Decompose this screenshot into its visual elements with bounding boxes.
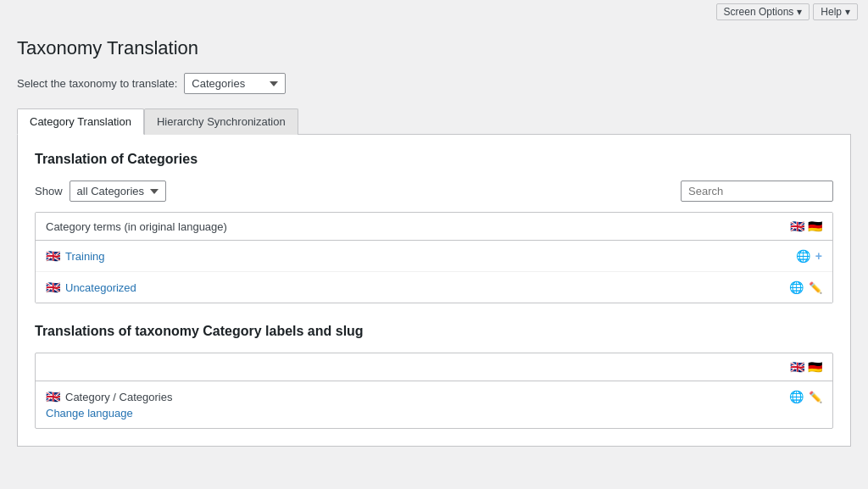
globe-icon-label: 🌐 (789, 390, 804, 403)
section-title-categories: Translation of Categories (35, 152, 833, 167)
de-flag-header (808, 219, 822, 233)
labels-header-row (36, 353, 832, 381)
screen-options-chevron-icon: ▾ (797, 6, 802, 18)
search-input[interactable] (681, 181, 833, 202)
training-link[interactable]: Training (65, 250, 104, 263)
table-header-text: Category terms (in original language) (46, 220, 790, 233)
categories-table: Category terms (in original language) Tr… (35, 212, 833, 303)
uk-flag-training (46, 249, 60, 263)
page-title: Taxonomy Translation (17, 37, 851, 59)
label-row-text: Category / Categories (65, 391, 172, 403)
change-language-link[interactable]: Change language (46, 407, 822, 420)
labels-header-flags (790, 360, 822, 374)
labels-row: Category / Categories 🌐 ✏️ Change langua… (36, 381, 832, 428)
taxonomy-select-label: Select the taxonomy to translate: (17, 77, 177, 90)
section-title-labels: Translations of taxonomy Category labels… (35, 324, 833, 339)
globe-icon-training: 🌐 (796, 249, 810, 263)
add-translation-training[interactable]: + (815, 249, 822, 263)
screen-options-label: Screen Options (724, 6, 794, 18)
show-label: Show (35, 185, 63, 197)
help-button[interactable]: Help ▾ (813, 3, 858, 20)
help-label: Help (821, 6, 842, 18)
tab-content-category-translation: Translation of Categories Show all Categ… (17, 135, 851, 447)
screen-options-button[interactable]: Screen Options ▾ (716, 3, 810, 20)
table-header-row: Category terms (in original language) (36, 213, 832, 241)
training-actions: 🌐 + (796, 249, 822, 263)
edit-label-translation[interactable]: ✏️ (809, 391, 822, 403)
taxonomy-select-row: Select the taxonomy to translate: Catego… (17, 73, 851, 94)
header-flags (790, 219, 822, 233)
tabs-nav: Category Translation Hierarchy Synchroni… (17, 108, 851, 135)
show-row: Show all Categories Translated Untransla… (35, 181, 833, 202)
uk-flag-labels-header (790, 360, 804, 374)
de-flag-labels-header (808, 360, 822, 374)
tab-category-translation[interactable]: Category Translation (17, 108, 144, 135)
uk-flag-header (790, 219, 804, 233)
labels-table: Category / Categories 🌐 ✏️ Change langua… (35, 353, 833, 429)
table-row: Uncategorized 🌐 ✏️ (36, 272, 832, 303)
uncategorized-actions: 🌐 ✏️ (789, 281, 822, 294)
globe-icon-uncategorized: 🌐 (789, 281, 804, 294)
uk-flag-uncategorized (46, 281, 60, 294)
table-row: Training 🌐 + (36, 241, 832, 272)
section-labels: Translations of taxonomy Category labels… (35, 324, 833, 429)
tabs-container: Category Translation Hierarchy Synchroni… (17, 108, 851, 447)
label-row-actions: 🌐 ✏️ (789, 390, 822, 403)
taxonomy-select[interactable]: Categories Tags Post Formats (184, 73, 286, 94)
show-select[interactable]: all Categories Translated Untranslated (70, 181, 166, 202)
uk-flag-label-row (46, 390, 60, 403)
uncategorized-link[interactable]: Uncategorized (65, 281, 136, 294)
edit-translation-uncategorized[interactable]: ✏️ (809, 281, 822, 294)
help-chevron-icon: ▾ (845, 6, 850, 18)
tab-hierarchy-synchronization[interactable]: Hierarchy Synchronization (144, 108, 298, 135)
